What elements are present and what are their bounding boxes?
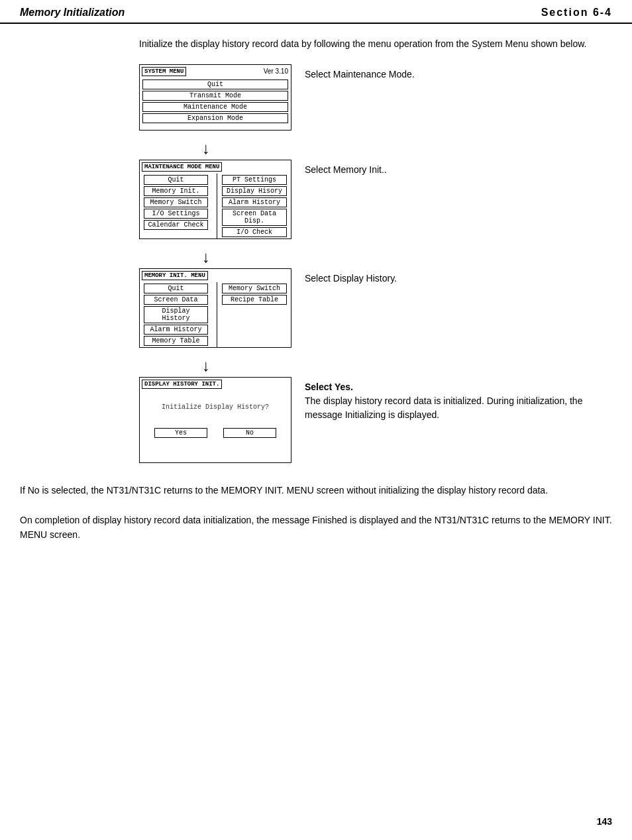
- btn-screen-data[interactable]: Screen Data: [144, 295, 208, 305]
- memory-init-right-col: Memory Switch Recipe Table: [217, 282, 290, 347]
- footer-text-block: If No is selected, the NT31/NT31C return…: [20, 483, 612, 543]
- btn-memory-table[interactable]: Memory Table: [144, 336, 208, 346]
- maintenance-menu-cols: Quit Memory Init. Memory Switch I/O Sett…: [140, 174, 291, 238]
- step-4-row: DISPLAY HISTORY INIT. Initialize Display…: [139, 377, 612, 463]
- maintenance-right-col: PT Settings Display Hisory Alarm History…: [217, 174, 290, 238]
- footer-paragraph-1: If No is selected, the NT31/NT31C return…: [20, 483, 612, 498]
- screen-version-1: Ver 3.10: [264, 68, 288, 75]
- memory-init-screen: MEMORY INIT. MENU Quit Screen Data Displ…: [139, 268, 291, 348]
- page-content: Initialize the display history record da…: [0, 24, 632, 562]
- btn-alarm-history-2[interactable]: Alarm History: [222, 197, 287, 207]
- btn-display-history-3[interactable]: Display History: [144, 306, 208, 323]
- system-menu-screen: SYSTEM MENU Ver 3.10 Quit Transmit Mode …: [139, 64, 291, 131]
- intro-paragraph: Initialize the display history record da…: [139, 37, 612, 51]
- btn-quit-2[interactable]: Quit: [144, 175, 208, 185]
- btn-yes[interactable]: Yes: [154, 428, 207, 438]
- screen-title-3: MEMORY INIT. MENU: [142, 271, 208, 280]
- memory-init-cols: Quit Screen Data Display History Alarm H…: [140, 282, 291, 347]
- page-header: Memory Initialization Section 6-4: [0, 0, 632, 24]
- step-1-description: Select Maintenance Mode.: [305, 64, 612, 81]
- btn-io-settings-2[interactable]: I/O Settings: [144, 209, 208, 219]
- diagram-section: SYSTEM MENU Ver 3.10 Quit Transmit Mode …: [139, 64, 612, 470]
- btn-no[interactable]: No: [223, 428, 276, 438]
- arrow-1: ↓: [202, 140, 210, 156]
- btn-memory-switch-2[interactable]: Memory Switch: [144, 197, 208, 207]
- step-3-row: MEMORY INIT. MENU Quit Screen Data Displ…: [139, 268, 612, 348]
- btn-recipe-table[interactable]: Recipe Table: [222, 295, 287, 305]
- btn-memory-init[interactable]: Memory Init.: [144, 186, 208, 196]
- section-number: Section 6-4: [541, 7, 612, 19]
- btn-transmit[interactable]: Transmit Mode: [142, 91, 288, 101]
- section-title: Memory Initialization: [20, 7, 125, 19]
- btn-quit-1[interactable]: Quit: [142, 79, 288, 89]
- step-3-description: Select Display History.: [305, 268, 612, 286]
- btn-io-check[interactable]: I/O Check: [222, 227, 287, 237]
- screen-title-4: DISPLAY HISTORY INIT.: [142, 380, 222, 389]
- btn-maintenance[interactable]: Maintenance Mode: [142, 102, 288, 112]
- btn-pt-settings[interactable]: PT Settings: [222, 175, 287, 185]
- page-number: 143: [597, 816, 612, 827]
- select-yes-label: Select Yes.: [305, 382, 353, 392]
- screen-title-2: MAINTENANCE MODE MENU: [142, 162, 222, 172]
- memory-init-left-col: Quit Screen Data Display History Alarm H…: [141, 282, 211, 347]
- init-prompt-text: Initialize Display History?: [140, 401, 291, 413]
- step-2-description: Select Memory Init..: [305, 160, 612, 177]
- screen-title-1: SYSTEM MENU: [142, 67, 186, 76]
- footer-paragraph-2: On completion of display history record …: [20, 513, 612, 543]
- btn-screen-data-disp[interactable]: Screen Data Disp.: [222, 209, 287, 226]
- btn-expansion[interactable]: Expansion Mode: [142, 113, 288, 123]
- btn-memory-switch-3[interactable]: Memory Switch: [222, 284, 287, 293]
- step-2-row: MAINTENANCE MODE MENU Quit Memory Init. …: [139, 160, 612, 239]
- btn-alarm-history-3[interactable]: Alarm History: [144, 325, 208, 335]
- maintenance-menu-screen: MAINTENANCE MODE MENU Quit Memory Init. …: [139, 160, 291, 239]
- display-history-init-screen: DISPLAY HISTORY INIT. Initialize Display…: [139, 377, 291, 463]
- btn-quit-3[interactable]: Quit: [144, 284, 208, 293]
- step-1-row: SYSTEM MENU Ver 3.10 Quit Transmit Mode …: [139, 64, 612, 131]
- arrow-2: ↓: [202, 249, 210, 265]
- btn-display-hisory[interactable]: Display Hisory: [222, 186, 287, 196]
- btn-calendar-check[interactable]: Calendar Check: [144, 220, 208, 230]
- maintenance-left-col: Quit Memory Init. Memory Switch I/O Sett…: [141, 174, 211, 238]
- step-4-description: Select Yes. The display history record d…: [305, 377, 612, 422]
- arrow-3: ↓: [202, 358, 210, 374]
